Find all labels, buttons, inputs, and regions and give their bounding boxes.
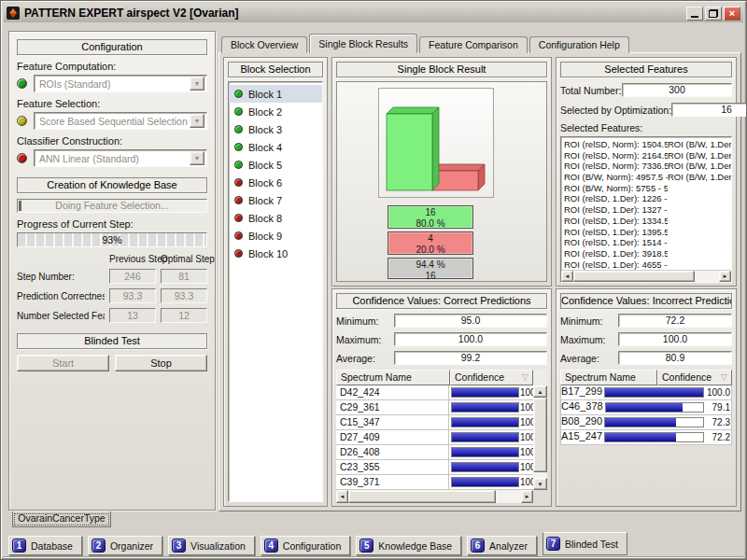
table-horizontal-scrollbar[interactable]: ◄ ► [336, 490, 533, 503]
scrollbar-thumb[interactable] [348, 490, 496, 503]
feature-row[interactable]: ROI (relSD, 1.Der): 3918.5 - 3930.5 [564, 248, 731, 259]
confidence-value: 100 [519, 447, 533, 457]
classifier-construction-select[interactable]: ANN Linear (Standard) ▼ [34, 149, 207, 167]
confidence-bar [451, 447, 519, 457]
average-field[interactable]: 99.2 [394, 351, 547, 365]
nav-visualization[interactable]: 3Visualization [168, 536, 255, 555]
minimum-field[interactable]: 95.0 [394, 314, 547, 328]
confidence-value: 100 [519, 417, 533, 427]
restore-button[interactable] [705, 7, 722, 21]
feature-selection-select[interactable]: Score Based Sequential Selection ▼ [34, 112, 207, 130]
feature-row[interactable]: ROI (relSD, 1.Der): 1226 - 1227 [564, 193, 731, 204]
maximum-field[interactable]: 100.0 [618, 332, 732, 346]
confidence-value: 100 [519, 387, 533, 398]
tab-feature-comparison[interactable]: Feature Comparison [419, 36, 528, 53]
confidence-value: 100 [519, 462, 533, 472]
total-number-field[interactable]: 300 [622, 83, 732, 97]
classifier-construction-led-icon [17, 153, 27, 163]
tab-block-overview[interactable]: Block Overview [221, 36, 307, 53]
table-row[interactable]: B08_29072.3 [560, 415, 732, 430]
scroll-down-icon[interactable]: ▼ [533, 478, 547, 490]
confidence-bar [604, 417, 704, 427]
scroll-up-icon[interactable]: ▲ [533, 385, 547, 398]
average-label: Average: [336, 353, 394, 364]
table-vertical-scrollbar[interactable]: ▲ ▼ [533, 385, 547, 490]
table-row[interactable]: C29_361100 [336, 400, 533, 415]
feature-row[interactable]: ROI (relSD, Norm): 2164.5 - 2183ROI (B/W… [564, 150, 731, 161]
block-list-item[interactable]: Block 6 [229, 174, 322, 191]
column-confidence[interactable]: Confidence ▽ [450, 370, 533, 385]
feature-row[interactable]: ROI (relSD, Norm): 1504.5 - 1528ROI (B/W… [564, 139, 731, 150]
block-list-item[interactable]: Block 3 [229, 120, 322, 138]
maximum-field[interactable]: 100.0 [394, 332, 547, 346]
dropdown-arrow-icon[interactable]: ▼ [190, 77, 204, 91]
knowledge-base-header: Creation of Knowledge Base [17, 177, 207, 193]
average-field[interactable]: 80.9 [618, 351, 732, 365]
feature-row[interactable]: ROI (relSD, 1.Der): 4655 - 4682.5 [564, 259, 731, 270]
selected-by-optimization-field[interactable]: 16 [671, 103, 747, 117]
feature-computation-select[interactable]: ROIs (Standard) ▼ [34, 75, 207, 92]
tab-ovarian-cancer-type[interactable]: OvarainCancerType [12, 511, 111, 527]
confidence-value: 79.1 [704, 402, 731, 413]
block-list-item[interactable]: Block 5 [229, 156, 322, 174]
table-row[interactable]: A15_24772.2 [560, 430, 732, 445]
result-bar-chart [378, 88, 494, 198]
minimum-field[interactable]: 72.2 [618, 314, 732, 328]
tab-configuration-help[interactable]: Configuration Help [529, 36, 629, 53]
correct-predictions-table: Spectrum Name Confidence ▽ D42_424100 C2… [336, 370, 547, 503]
block-list-item[interactable]: Block 1 [229, 85, 322, 103]
start-button[interactable]: Start [17, 355, 109, 371]
scroll-right-icon[interactable]: ► [719, 271, 731, 282]
optimal-step-column: Optimal Step [161, 254, 207, 264]
column-confidence[interactable]: Confidence ▽ [657, 370, 732, 385]
minimize-button[interactable] [686, 7, 703, 21]
feature-row[interactable]: ROI (relSD, Norm): 7336.5 - 7364ROI (B/W… [564, 161, 731, 172]
table-row[interactable]: D26_408100 [336, 445, 533, 460]
tab-single-block-results[interactable]: Single Block Results [309, 34, 417, 53]
nav-number-badge: 4 [264, 539, 278, 553]
confidence-value: 100 [519, 402, 533, 413]
app-window: PATTERN EXPERT airspect V2 [Ovarian] × C… [0, 0, 747, 560]
stop-button[interactable]: Stop [115, 355, 207, 371]
table-row[interactable]: D27_409100 [336, 430, 533, 445]
block-list-item[interactable]: Block 8 [229, 209, 322, 227]
prediction-correctness-previous: 93.3 [109, 288, 156, 303]
scrollbar-thumb[interactable] [533, 398, 547, 472]
feature-row[interactable]: ROI (relSD, 1.Der): 1514 - 1528 [564, 237, 731, 248]
minimum-label: Minimum: [336, 315, 394, 327]
nav-configuration[interactable]: 4Configuration [261, 536, 350, 555]
block-list-item[interactable]: Block 2 [229, 103, 322, 120]
table-row[interactable]: C39_371100 [336, 475, 533, 490]
feature-row[interactable]: ROI (relSD, 1.Der): 1327 - 1329.5 [564, 204, 731, 216]
table-row[interactable]: C15_347100 [336, 415, 533, 430]
scroll-left-icon[interactable]: ◄ [336, 490, 348, 503]
nav-database[interactable]: 1Database [8, 536, 82, 555]
block-list-item[interactable]: Block 7 [229, 191, 322, 209]
dropdown-arrow-icon[interactable]: ▼ [190, 114, 204, 128]
scrollbar-thumb[interactable] [573, 271, 695, 282]
table-row[interactable]: D42_424100 [336, 385, 533, 400]
block-list-item[interactable]: Block 4 [229, 138, 322, 156]
nav-analyzer[interactable]: 6Analyzer [467, 536, 537, 555]
feature-row[interactable]: ROI (relSD, 1.Der): 1395.5 - 1399 [564, 227, 731, 238]
feature-row[interactable]: ROI (relSD, 1.Der): 1334.5 - 1339.5 [564, 216, 731, 227]
table-row[interactable]: C23_355100 [336, 460, 533, 475]
scroll-right-icon[interactable]: ► [521, 490, 533, 503]
nav-blinded-test[interactable]: 7Blinded Test [543, 532, 627, 555]
close-button[interactable]: × [724, 7, 740, 21]
table-row[interactable]: C46_37879.1 [560, 400, 732, 415]
status-progress-tick [19, 201, 21, 211]
block-status-icon [234, 125, 243, 133]
column-spectrum-name[interactable]: Spectrum Name [336, 370, 450, 385]
block-list-item[interactable]: Block 10 [229, 245, 322, 262]
column-spectrum-name[interactable]: Spectrum Name [560, 370, 657, 385]
dropdown-arrow-icon[interactable]: ▼ [190, 151, 204, 165]
feature-row[interactable]: ROI (B/W, Norm): 4957.5 - 4994.5ROI (B/W… [564, 172, 731, 183]
nav-knowledge-base[interactable]: 5Knowledge Base [356, 536, 461, 555]
nav-organizer[interactable]: 2Organizer [88, 536, 162, 555]
feature-row[interactable]: ROI (B/W, Norm): 5755 - 5765.5 [564, 183, 731, 194]
table-row[interactable]: B17_299100.0 [560, 385, 732, 400]
block-list-item[interactable]: Block 9 [229, 227, 322, 245]
scroll-left-icon[interactable]: ◄ [561, 271, 573, 282]
features-horizontal-scrollbar[interactable]: ◄ ► [561, 270, 731, 282]
